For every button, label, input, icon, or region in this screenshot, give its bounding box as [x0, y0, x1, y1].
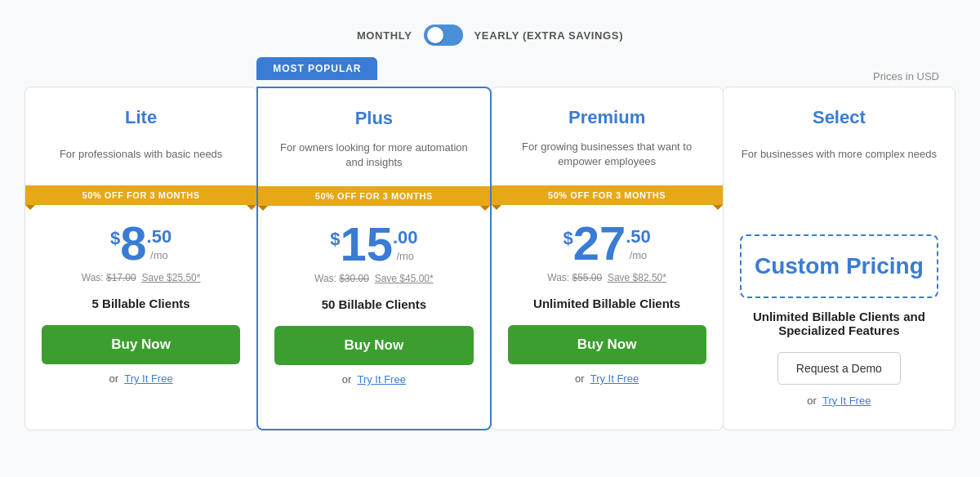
- price-cents-premium: .50: [626, 226, 651, 247]
- price-main-premium: 27: [573, 220, 626, 267]
- price-area-plus: $ 15 .00 /mo: [274, 221, 473, 268]
- or-label-premium: or: [575, 372, 585, 385]
- or-try-plus: or Try It Free: [274, 373, 473, 386]
- was-save-lite: Was: $17.00 Save $25.50*: [42, 272, 240, 283]
- billable-clients-premium: Unlimited Billable Clients: [508, 296, 706, 310]
- plan-name-plus: Plus: [274, 108, 473, 129]
- discount-banner-plus: 50% OFF FOR 3 MONTHS: [258, 186, 489, 206]
- buy-now-button-premium[interactable]: Buy Now: [508, 325, 706, 364]
- custom-pricing-box: Custom Pricing: [740, 234, 938, 298]
- try-free-link-select[interactable]: Try It Free: [822, 395, 871, 407]
- plan-name-lite: Lite: [42, 107, 240, 128]
- was-save-plus: Was: $30.00 Save $45.00*: [274, 273, 473, 284]
- price-cents-plus: .00: [393, 227, 418, 248]
- price-cents-lite: .50: [147, 226, 172, 247]
- price-cents-mo-premium: .50 /mo: [626, 226, 651, 261]
- billing-toggle-row: MONTHLY YEARLY (EXTRA SAVINGS): [357, 25, 623, 46]
- plan-desc-premium: For growing businesses that want to empo…: [508, 135, 706, 174]
- prices-currency-label: Prices in USD: [873, 70, 939, 82]
- or-try-select: or Try It Free: [740, 395, 938, 407]
- price-mo-premium: /mo: [626, 249, 651, 261]
- price-area-lite: $ 8 .50 /mo: [42, 220, 240, 267]
- or-label-plus: or: [342, 373, 352, 386]
- most-popular-badge: MOST POPULAR: [256, 57, 377, 80]
- discount-banner-premium: 50% OFF FOR 3 MONTHS: [492, 185, 723, 205]
- monthly-label: MONTHLY: [357, 29, 412, 42]
- was-save-premium: Was: $55.00 Save $82.50*: [508, 272, 706, 283]
- or-try-lite: or Try It Free: [42, 372, 240, 385]
- plan-card-plus: MOST POPULAR Plus For owners looking for…: [256, 87, 491, 430]
- toggle-knob: [427, 27, 443, 43]
- save-amount-plus[interactable]: Save $45.00*: [375, 273, 434, 284]
- or-try-premium: or Try It Free: [508, 372, 706, 385]
- plan-card-select: Select For businesses with more complex …: [723, 87, 956, 430]
- or-label-select: or: [807, 395, 817, 407]
- price-dollar-plus: $: [330, 229, 340, 250]
- try-free-link-plus[interactable]: Try It Free: [357, 373, 405, 386]
- plan-desc-lite: For professionals with basic needs: [42, 135, 240, 174]
- plan-desc-select: For businesses with more complex needs: [740, 135, 938, 174]
- price-main-lite: 8: [120, 220, 146, 267]
- was-price-plus: $30.00: [339, 273, 369, 284]
- save-amount-premium[interactable]: Save $82.50*: [608, 272, 666, 283]
- price-area-premium: $ 27 .50 /mo: [508, 220, 706, 267]
- was-price-lite: $17.00: [106, 272, 136, 283]
- buy-now-button-plus[interactable]: Buy Now: [274, 326, 473, 365]
- yearly-label: YEARLY (EXTRA SAVINGS): [474, 29, 624, 42]
- discount-banner-lite: 50% OFF FOR 3 MONTHS: [25, 185, 256, 205]
- billing-toggle[interactable]: [424, 25, 463, 46]
- buy-now-button-lite[interactable]: Buy Now: [42, 325, 240, 364]
- pricing-cards-container: Lite For professionals with basic needs …: [24, 87, 956, 430]
- price-cents-mo-lite: .50 /mo: [147, 226, 172, 261]
- price-main-plus: 15: [340, 221, 393, 268]
- or-label-lite: or: [109, 372, 119, 385]
- plan-card-premium: Premium For growing businesses that want…: [491, 87, 724, 430]
- billable-clients-lite: 5 Billable Clients: [42, 296, 240, 310]
- price-mo-plus: /mo: [393, 250, 418, 262]
- was-price-premium: $55.00: [572, 272, 603, 283]
- try-free-link-lite[interactable]: Try It Free: [124, 372, 172, 385]
- price-mo-lite: /mo: [147, 249, 172, 261]
- plan-card-lite: Lite For professionals with basic needs …: [24, 87, 257, 430]
- billable-clients-plus: 50 Billable Clients: [274, 297, 473, 311]
- no-discount-spacer-select: [740, 174, 938, 221]
- plan-desc-plus: For owners looking for more automation a…: [274, 136, 473, 175]
- plan-name-premium: Premium: [508, 107, 706, 128]
- try-free-link-premium[interactable]: Try It Free: [590, 372, 639, 385]
- request-demo-button[interactable]: Request a Demo: [777, 352, 901, 385]
- save-amount-lite[interactable]: Save $25.50*: [141, 272, 200, 283]
- billable-clients-select: Unlimited Billable Clients and Specializ…: [740, 310, 938, 337]
- price-dollar-lite: $: [110, 228, 120, 249]
- price-cents-mo-plus: .00 /mo: [393, 227, 418, 262]
- price-dollar-premium: $: [563, 228, 572, 249]
- custom-pricing-text: Custom Pricing: [750, 252, 929, 280]
- plan-name-select: Select: [740, 107, 938, 128]
